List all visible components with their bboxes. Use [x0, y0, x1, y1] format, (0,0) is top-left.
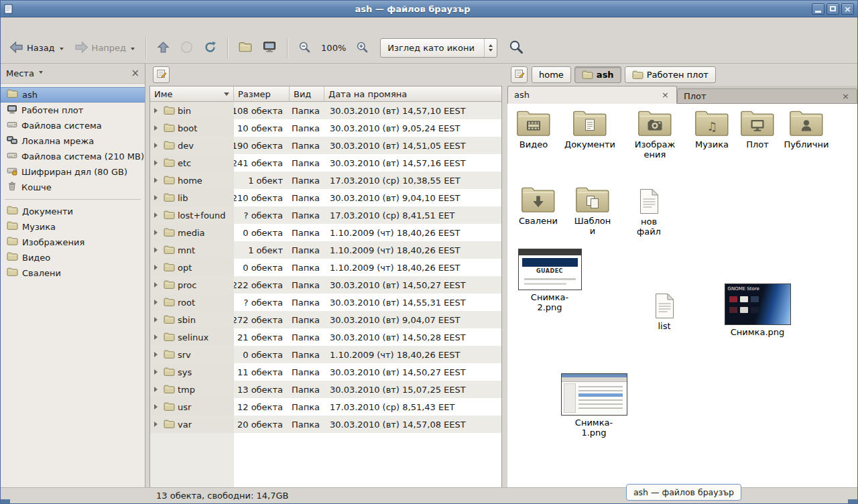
pane-splitter[interactable]	[502, 64, 507, 487]
file-icon-item[interactable]: GNOME Store Снимка.png	[722, 284, 793, 337]
back-button[interactable]: Назад	[5, 38, 68, 59]
sidebar-item[interactable]: Шифриран дял (80 GB)	[1, 164, 145, 180]
forward-dropdown-icon[interactable]	[131, 48, 135, 52]
computer-button[interactable]	[258, 38, 281, 59]
expander-icon[interactable]	[154, 334, 160, 340]
table-row[interactable]: etc 241 обекта Папка 30.03.2010 (вт) 14,…	[150, 154, 501, 172]
zoom-in-button[interactable]	[351, 38, 373, 59]
expander-icon[interactable]	[154, 387, 160, 392]
table-row[interactable]: lib 210 обекта Папка 30.03.2010 (вт) 9,0…	[150, 189, 501, 206]
sidebar-item[interactable]: ash	[1, 87, 145, 103]
sidebar-item[interactable]: Работен плот	[1, 103, 145, 118]
file-icon-item[interactable]: GUADEC Снимка-2.png	[515, 249, 584, 312]
sidebar-item[interactable]: Локална мрежа	[1, 133, 145, 149]
table-row[interactable]: media 0 обекта Папка 1.10.2009 (чт) 18,4…	[150, 224, 501, 241]
sidebar-close-button[interactable]: ×	[131, 68, 139, 78]
file-icon-item[interactable]: Свалени	[517, 186, 560, 226]
stop-button[interactable]	[176, 38, 198, 59]
file-icon-item[interactable]: ♫ Музика	[690, 109, 734, 149]
minimize-button[interactable]	[812, 3, 824, 15]
expander-icon[interactable]	[154, 230, 160, 235]
table-row[interactable]: opt 0 обекта Папка 1.10.2009 (чт) 18,40,…	[150, 259, 501, 276]
icon-view[interactable]: Видео Документи Изображения ♫ Музика Пло…	[507, 104, 857, 487]
expander-icon[interactable]	[154, 352, 160, 357]
places-selector[interactable]: Места	[6, 68, 43, 78]
resize-grip[interactable]	[1, 499, 10, 503]
table-row[interactable]: lost+found ? обекта Папка 17.03.2010 (ср…	[150, 206, 501, 224]
forward-button[interactable]: Напред	[70, 38, 139, 59]
expander-icon[interactable]	[154, 265, 160, 270]
expander-icon[interactable]	[154, 282, 160, 288]
sidebar-item[interactable]: Изображения	[1, 235, 145, 250]
breadcrumb-button[interactable]: home	[532, 66, 571, 83]
zoom-out-button[interactable]	[294, 38, 316, 59]
expander-icon[interactable]	[154, 317, 160, 322]
location-toggle-button[interactable]	[511, 66, 528, 83]
breadcrumb-button[interactable]: Работен плот	[625, 66, 716, 83]
table-row[interactable]: tmp 13 обекта Папка 30.03.2010 (вт) 15,0…	[150, 381, 501, 398]
sidebar-item[interactable]: Видео	[1, 250, 145, 265]
column-header[interactable]: Дата на промяна	[324, 86, 501, 102]
table-row[interactable]: mnt 1 обект Папка 1.10.2009 (чт) 18,40,2…	[150, 241, 501, 259]
column-header[interactable]: Име	[150, 86, 234, 102]
menu-item[interactable]	[52, 23, 64, 27]
tab-close-icon[interactable]: ×	[660, 90, 670, 100]
sidebar-item[interactable]: Кошче	[1, 180, 145, 195]
expander-icon[interactable]	[154, 300, 160, 305]
table-row[interactable]: var 20 обекта Папка 30.03.2010 (вт) 14,5…	[150, 416, 501, 433]
home-button[interactable]	[234, 38, 257, 58]
sidebar-item[interactable]: Документи	[1, 204, 145, 219]
table-row[interactable]: home 1 обект Папка 17.03.2010 (ср) 10,38…	[150, 172, 501, 189]
maximize-button[interactable]	[826, 3, 839, 15]
expander-icon[interactable]	[154, 178, 160, 183]
menu-item[interactable]	[27, 23, 40, 27]
tab-close-icon[interactable]: ×	[841, 91, 851, 101]
search-button[interactable]	[504, 36, 528, 60]
file-icon-item[interactable]: Изображения	[628, 109, 682, 160]
table-row[interactable]: proc 222 обекта Папка 30.03.2010 (вт) 14…	[150, 276, 501, 294]
file-icon-item[interactable]: Шаблони	[570, 186, 615, 236]
expander-icon[interactable]	[154, 404, 160, 410]
file-icon-item[interactable]: Публични	[781, 109, 832, 149]
table-row[interactable]: selinux 21 обекта Папка 30.03.2010 (вт) …	[150, 328, 501, 346]
expander-icon[interactable]	[154, 125, 160, 131]
menu-item[interactable]	[64, 23, 76, 27]
expander-icon[interactable]	[154, 108, 160, 113]
table-row[interactable]: root ? обекта Папка 30.03.2010 (вт) 14,5…	[150, 294, 501, 311]
table-row[interactable]: bin 108 обекта Папка 30.03.2010 (вт) 14,…	[150, 102, 501, 119]
combo-spinner-icon[interactable]	[484, 39, 497, 57]
sidebar-item[interactable]: Музика	[1, 219, 145, 235]
sidebar-item[interactable]: Свалени	[1, 265, 145, 281]
sidebar-item[interactable]: Файлова система (210 MB)	[1, 149, 145, 164]
file-icon-item[interactable]: Видео	[512, 109, 555, 149]
file-icon-item[interactable]: Снимка-1.png	[560, 373, 628, 438]
sidebar-item[interactable]: Файлова система	[1, 118, 145, 133]
expander-icon[interactable]	[154, 247, 160, 253]
menu-item[interactable]	[3, 23, 15, 27]
expander-icon[interactable]	[154, 369, 160, 375]
file-icon-item[interactable]: list	[647, 293, 682, 331]
location-toggle-button[interactable]	[153, 66, 170, 83]
expander-icon[interactable]	[154, 212, 160, 218]
expander-icon[interactable]	[154, 160, 160, 166]
file-icon-item[interactable]: нов файл	[627, 188, 671, 237]
view-mode-select[interactable]: Изглед като икони	[380, 38, 497, 58]
tab[interactable]: ash ×	[507, 86, 677, 104]
column-header[interactable]: Размер	[234, 86, 290, 102]
back-dropdown-icon[interactable]	[60, 48, 64, 52]
tab[interactable]: Плот ×	[677, 88, 857, 104]
expander-icon[interactable]	[154, 143, 160, 148]
up-button[interactable]	[152, 38, 174, 59]
table-row[interactable]: srv 0 обекта Папка 1.10.2009 (чт) 18,40,…	[150, 346, 501, 363]
resize-grip[interactable]	[848, 499, 857, 503]
close-button[interactable]: ×	[841, 3, 854, 15]
table-row[interactable]: sbin 272 обекта Папка 30.03.2010 (вт) 9,…	[150, 311, 501, 328]
table-row[interactable]: sys 11 обекта Папка 30.03.2010 (вт) 14,5…	[150, 363, 501, 381]
reload-button[interactable]	[199, 38, 221, 59]
expander-icon[interactable]	[154, 195, 160, 200]
menu-item[interactable]	[15, 23, 27, 27]
menu-item[interactable]	[40, 23, 52, 27]
file-icon-item[interactable]: Плот	[738, 109, 777, 149]
column-header[interactable]: Вид	[290, 86, 324, 102]
table-row[interactable]: dev 190 обекта Папка 30.03.2010 (вт) 14,…	[150, 137, 501, 154]
